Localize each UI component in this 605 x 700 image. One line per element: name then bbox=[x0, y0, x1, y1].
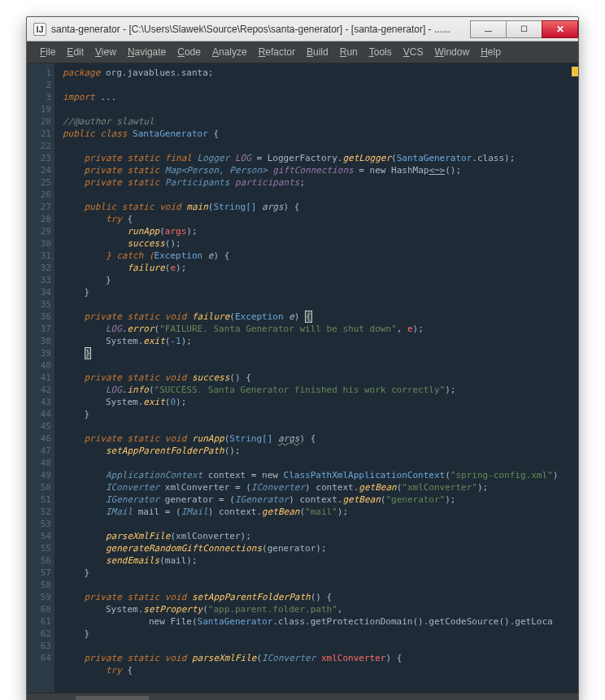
gutter-line[interactable]: 43 bbox=[30, 396, 51, 408]
window-controls bbox=[471, 20, 578, 38]
gutter-line[interactable]: 57 bbox=[30, 567, 51, 579]
menu-window[interactable]: Window bbox=[429, 45, 474, 59]
editor[interactable]: 1 2 3 19 20 21 22 23 24 25 26 27 28 29 3… bbox=[27, 63, 578, 693]
menu-analyze[interactable]: Analyze bbox=[207, 45, 252, 59]
gutter-line[interactable]: 37 bbox=[30, 323, 51, 335]
ide-window: IJ santa-generator - [C:\Users\Slawek\So… bbox=[26, 16, 579, 700]
line-gutter[interactable]: 1 2 3 19 20 21 22 23 24 25 26 27 28 29 3… bbox=[27, 63, 54, 693]
marker-stripe[interactable] bbox=[572, 67, 578, 76]
gutter-line[interactable]: 38 bbox=[30, 335, 51, 347]
gutter-line[interactable]: 59 bbox=[30, 591, 51, 603]
menu-vcs[interactable]: VCS bbox=[398, 45, 429, 59]
gutter-line[interactable]: 61 bbox=[30, 615, 51, 628]
gutter-line[interactable]: 49 bbox=[30, 469, 51, 481]
gutter-line[interactable]: 62 bbox=[30, 628, 51, 640]
gutter-line[interactable]: 3 bbox=[30, 91, 51, 103]
gutter-line[interactable]: 54 bbox=[30, 530, 51, 542]
gutter-line[interactable]: 50 bbox=[30, 481, 51, 493]
gutter-line[interactable]: 53 bbox=[30, 518, 51, 530]
gutter-line[interactable]: 55 bbox=[30, 542, 51, 554]
menu-refactor[interactable]: Refactor bbox=[254, 45, 300, 59]
gutter-line[interactable]: 42 bbox=[30, 384, 51, 396]
gutter-line[interactable]: 30 bbox=[30, 237, 51, 250]
gutter-line[interactable]: 25 bbox=[30, 176, 51, 189]
gutter-line[interactable]: 29 bbox=[30, 225, 51, 237]
gutter-line[interactable]: 31 bbox=[30, 250, 51, 262]
gutter-line[interactable]: 44 bbox=[30, 408, 51, 420]
gutter-line[interactable]: 45 bbox=[30, 420, 51, 433]
gutter-line[interactable]: 34 bbox=[30, 286, 51, 298]
gutter-line[interactable]: 28 bbox=[30, 213, 51, 225]
gutter-line[interactable]: 46 bbox=[30, 433, 51, 445]
menu-view[interactable]: View bbox=[90, 45, 121, 59]
maximize-button[interactable] bbox=[506, 20, 542, 38]
gutter-line[interactable]: 26 bbox=[30, 189, 51, 201]
gutter-line[interactable]: 1 bbox=[30, 67, 51, 79]
gutter-line[interactable]: 56 bbox=[30, 554, 51, 567]
gutter-line[interactable]: 52 bbox=[30, 506, 51, 518]
gutter-line[interactable]: 23 bbox=[30, 152, 51, 164]
menu-file[interactable]: File bbox=[35, 45, 60, 59]
gutter-line[interactable]: 60 bbox=[30, 603, 51, 615]
gutter-line[interactable]: 64 bbox=[30, 652, 51, 664]
menu-help[interactable]: Help bbox=[476, 45, 506, 59]
menu-edit[interactable]: Edit bbox=[62, 45, 89, 59]
gutter-line[interactable]: 35 bbox=[30, 298, 51, 311]
gutter-line[interactable]: 39 bbox=[30, 347, 51, 359]
gutter-line[interactable]: 63 bbox=[30, 640, 51, 652]
menu-run[interactable]: Run bbox=[335, 45, 363, 59]
gutter-line[interactable]: 27 bbox=[30, 201, 51, 213]
gutter-line[interactable]: 48 bbox=[30, 457, 51, 469]
gutter-line[interactable]: 58 bbox=[30, 579, 51, 591]
gutter-line[interactable]: 2 bbox=[30, 79, 51, 91]
gutter-line[interactable]: 22 bbox=[30, 140, 51, 152]
gutter-line[interactable]: 47 bbox=[30, 445, 51, 457]
titlebar-text: santa-generator - [C:\Users\Slawek\Sourc… bbox=[51, 24, 471, 35]
menu-code[interactable]: Code bbox=[172, 45, 206, 59]
close-button[interactable] bbox=[542, 20, 578, 38]
menu-build[interactable]: Build bbox=[302, 45, 333, 59]
horizontal-scrollbar[interactable] bbox=[27, 693, 578, 700]
gutter-line[interactable]: 21 bbox=[30, 128, 51, 140]
gutter-line[interactable]: 40 bbox=[30, 359, 51, 372]
gutter-line[interactable]: 20 bbox=[30, 115, 51, 128]
gutter-line[interactable]: 51 bbox=[30, 493, 51, 506]
menu-bar: File Edit View Navigate Code Analyze Ref… bbox=[27, 41, 578, 63]
scrollbar-thumb[interactable] bbox=[76, 696, 149, 700]
code-content[interactable]: package org.javablues.santa; import ... … bbox=[54, 63, 578, 693]
gutter-line[interactable]: 19 bbox=[30, 103, 51, 115]
minimize-button[interactable] bbox=[470, 20, 507, 38]
gutter-line[interactable]: 24 bbox=[30, 164, 51, 176]
gutter-line[interactable]: 33 bbox=[30, 274, 51, 286]
gutter-line[interactable]: 32 bbox=[30, 262, 51, 274]
menu-tools[interactable]: Tools bbox=[364, 45, 397, 59]
gutter-line[interactable]: 36 bbox=[30, 311, 51, 323]
titlebar[interactable]: IJ santa-generator - [C:\Users\Slawek\So… bbox=[27, 17, 578, 41]
menu-navigate[interactable]: Navigate bbox=[123, 45, 171, 59]
gutter-line[interactable]: 41 bbox=[30, 372, 51, 384]
app-icon: IJ bbox=[33, 23, 46, 36]
